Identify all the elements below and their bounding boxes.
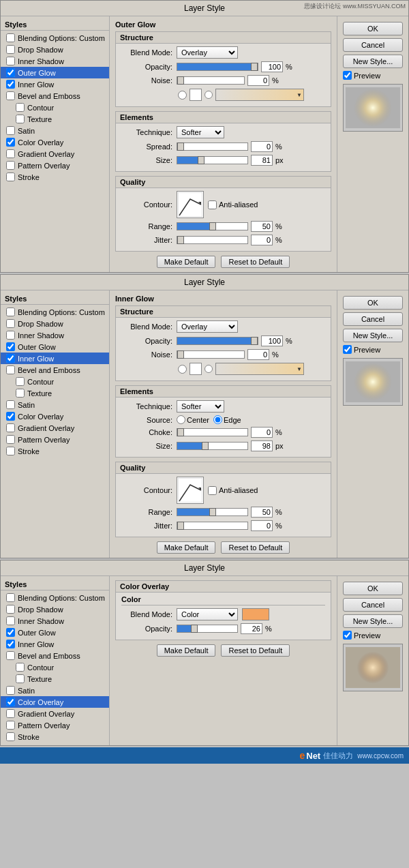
sidebar-3-item-bevel-emboss[interactable]: Bevel and Emboss — [1, 650, 109, 661]
sidebar-2-item-blending-options[interactable]: Blending Options: Custom — [1, 306, 109, 318]
blend-mode-select-2[interactable]: Overlay — [177, 320, 238, 333]
sidebar-3-item-texture[interactable]: Texture — [1, 673, 109, 685]
color-gradient-box[interactable]: ▼ — [215, 89, 304, 101]
sidebar-3-item-contour[interactable]: Contour — [1, 661, 109, 673]
source-edge-radio[interactable] — [213, 415, 222, 424]
source-edge-label[interactable]: Edge — [213, 415, 241, 424]
checkbox3-pattern-overlay[interactable] — [6, 721, 15, 730]
jitter-slider[interactable] — [177, 236, 248, 244]
anti-aliased-label[interactable]: Anti-aliased — [208, 200, 258, 209]
color-radio-solid-2[interactable] — [178, 365, 187, 374]
sidebar-item-stroke[interactable]: Stroke — [1, 171, 109, 183]
checkbox-blending-options[interactable] — [6, 33, 15, 42]
new-style-button-1[interactable]: New Style... — [343, 55, 403, 68]
checkbox2-texture[interactable] — [16, 389, 25, 398]
sidebar-item-inner-shadow[interactable]: Inner Shadow — [1, 55, 109, 67]
checkbox3-gradient-overlay[interactable] — [6, 709, 15, 718]
choke-slider[interactable] — [177, 428, 248, 436]
checkbox3-contour[interactable] — [16, 663, 25, 672]
checkbox3-blending-options[interactable] — [6, 593, 15, 602]
noise-input-2[interactable] — [247, 349, 269, 360]
preview-checkbox-1[interactable] — [343, 71, 352, 80]
checkbox-texture[interactable] — [16, 115, 25, 123]
cancel-button-1[interactable]: Cancel — [343, 38, 403, 52]
sidebar-item-pattern-overlay[interactable]: Pattern Overlay — [1, 160, 109, 171]
sidebar-3-item-color-overlay[interactable]: Color Overlay — [1, 696, 109, 708]
sidebar-2-item-stroke[interactable]: Stroke — [1, 445, 109, 457]
sidebar-item-bevel-emboss[interactable]: Bevel and Emboss — [1, 90, 109, 102]
co-opacity-input[interactable] — [241, 623, 262, 634]
checkbox-satin[interactable] — [6, 126, 15, 135]
sidebar-item-outer-glow[interactable]: Outer Glow — [1, 67, 109, 78]
checkbox-bevel-emboss[interactable] — [6, 91, 15, 100]
technique-select-2[interactable]: Softer — [177, 400, 224, 413]
checkbox2-drop-shadow[interactable] — [6, 319, 15, 328]
new-style-button-2[interactable]: New Style... — [343, 329, 403, 342]
checkbox2-satin[interactable] — [6, 400, 15, 409]
sidebar-2-item-satin[interactable]: Satin — [1, 399, 109, 410]
checkbox-stroke[interactable] — [6, 173, 15, 181]
sidebar-item-contour[interactable]: Contour — [1, 102, 109, 113]
range-input[interactable] — [251, 221, 273, 232]
cancel-button-2[interactable]: Cancel — [343, 312, 403, 326]
co-blend-mode-select[interactable]: Color — [177, 608, 238, 620]
anti-aliased-checkbox[interactable] — [208, 200, 217, 209]
checkbox3-satin[interactable] — [6, 686, 15, 695]
checkbox-contour[interactable] — [16, 103, 25, 112]
checkbox2-inner-shadow[interactable] — [6, 331, 15, 340]
size-input[interactable] — [251, 155, 273, 166]
checkbox-pattern-overlay[interactable] — [6, 161, 15, 170]
range-slider-2[interactable] — [177, 508, 248, 516]
color-radio-gradient-2[interactable] — [204, 365, 213, 373]
checkbox2-stroke[interactable] — [6, 447, 15, 455]
sidebar-3-item-drop-shadow[interactable]: Drop Shadow — [1, 603, 109, 615]
contour-thumbnail[interactable] — [177, 191, 204, 218]
checkbox-outer-glow[interactable] — [6, 68, 15, 77]
sidebar-3-item-inner-shadow[interactable]: Inner Shadow — [1, 615, 109, 627]
opacity-slider-2[interactable] — [177, 337, 258, 345]
sidebar-3-item-stroke[interactable]: Stroke — [1, 731, 109, 743]
anti-aliased-checkbox-2[interactable] — [208, 486, 217, 495]
sidebar-2-item-drop-shadow[interactable]: Drop Shadow — [1, 318, 109, 329]
make-default-btn-2[interactable]: Make Default — [157, 541, 216, 554]
sidebar-2-item-texture[interactable]: Texture — [1, 387, 109, 399]
noise-slider[interactable] — [177, 76, 245, 85]
opacity-input-2[interactable] — [261, 335, 283, 346]
checkbox-inner-glow[interactable] — [6, 80, 15, 89]
technique-select[interactable]: Softer — [177, 126, 224, 138]
blend-mode-select[interactable]: Overlay — [177, 46, 238, 59]
sidebar-item-color-overlay[interactable]: Color Overlay — [1, 136, 109, 148]
checkbox2-outer-glow[interactable] — [6, 342, 15, 351]
ok-button-2[interactable]: OK — [343, 296, 403, 310]
checkbox3-outer-glow[interactable] — [6, 628, 15, 637]
sidebar-2-item-color-overlay[interactable]: Color Overlay — [1, 410, 109, 422]
checkbox2-bevel-emboss[interactable] — [6, 365, 15, 374]
spread-input[interactable] — [251, 141, 273, 152]
size-slider[interactable] — [177, 156, 248, 164]
color-radio-solid[interactable] — [178, 91, 187, 100]
checkbox3-drop-shadow[interactable] — [6, 605, 15, 614]
color-gradient-box-2[interactable]: ▼ — [215, 363, 304, 375]
color-radio-gradient[interactable] — [204, 91, 213, 99]
checkbox-color-overlay[interactable] — [6, 138, 15, 147]
sidebar-2-item-inner-glow[interactable]: Inner Glow — [1, 353, 109, 364]
sidebar-item-inner-glow[interactable]: Inner Glow — [1, 78, 109, 90]
checkbox3-stroke[interactable] — [6, 732, 15, 741]
sidebar-item-drop-shadow[interactable]: Drop Shadow — [1, 44, 109, 55]
checkbox3-color-overlay[interactable] — [6, 698, 15, 706]
sidebar-2-item-bevel-emboss[interactable]: Bevel and Emboss — [1, 364, 109, 376]
checkbox3-bevel-emboss[interactable] — [6, 651, 15, 660]
color-solid-swatch[interactable] — [190, 89, 202, 101]
co-color-swatch[interactable] — [242, 608, 269, 620]
co-opacity-slider[interactable] — [177, 625, 238, 633]
spread-slider[interactable] — [177, 143, 248, 151]
source-center-label[interactable]: Center — [177, 415, 209, 424]
contour-thumbnail-2[interactable] — [177, 477, 204, 504]
opacity-input[interactable] — [261, 61, 283, 72]
source-center-radio[interactable] — [177, 415, 185, 424]
preview-checkbox-3[interactable] — [343, 631, 352, 640]
new-style-button-3[interactable]: New Style... — [343, 614, 403, 628]
checkbox-inner-shadow[interactable] — [6, 57, 15, 65]
size-input-2[interactable] — [251, 440, 273, 451]
sidebar-3-item-pattern-overlay[interactable]: Pattern Overlay — [1, 719, 109, 731]
